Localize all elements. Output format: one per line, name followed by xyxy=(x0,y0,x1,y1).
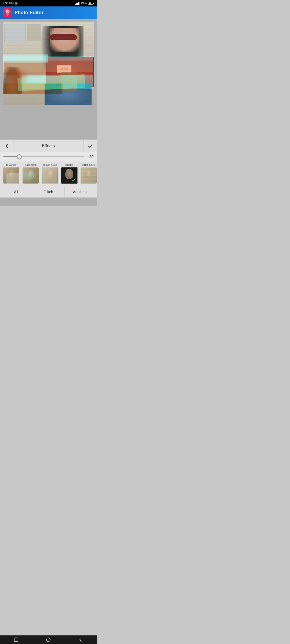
app-bar: Photo Editor xyxy=(0,6,97,19)
effect-distortion[interactable]: Distortion xyxy=(2,164,21,184)
effects-header: Effects xyxy=(0,140,97,152)
effect-gglitch-label: GGlitch xyxy=(65,164,73,166)
tab-all[interactable]: All xyxy=(0,186,32,197)
effect-distortion-label: Distortion xyxy=(6,164,16,166)
signal-icon xyxy=(75,2,80,5)
app-title: Photo Editor xyxy=(15,10,44,16)
intensity-slider-row: 20 xyxy=(0,152,97,162)
effect-glitch-lines-label: Glitch Lines xyxy=(82,164,95,166)
mute-icon: 🔇 xyxy=(15,2,18,5)
slider-thumb[interactable] xyxy=(17,154,22,159)
effect-gglitch[interactable]: GGlitch xyxy=(60,164,79,184)
effect-quake-glitch[interactable]: Quake Glitch xyxy=(40,164,60,184)
battery-icon xyxy=(88,2,94,5)
effect-dust-glitch-thumb xyxy=(23,167,39,184)
svg-rect-2 xyxy=(7,10,8,11)
tab-glitch-label: Glitch xyxy=(44,190,53,194)
check-button[interactable] xyxy=(83,140,97,152)
wifi-icon: WiFi xyxy=(81,2,87,5)
effect-gglitch-thumb xyxy=(61,167,77,184)
slider-value: 20 xyxy=(87,155,93,159)
photo-canvas: LA BONITA xyxy=(3,22,94,105)
bottom-panel: Effects 20 Distortion xyxy=(0,140,97,197)
tab-glitch[interactable]: Glitch xyxy=(32,186,64,197)
effect-quake-glitch-label: Quake Glitch xyxy=(43,164,57,166)
effects-grid: Distortion Dust Glitch Quak xyxy=(0,162,97,186)
time-display: 9:36 PM xyxy=(3,2,14,5)
slider-track[interactable] xyxy=(3,156,84,157)
app-icon xyxy=(3,8,12,17)
tab-aesthetic-label: Aesthetic xyxy=(73,190,89,194)
category-tabs: All Glitch Aesthetic xyxy=(0,186,97,197)
tab-all-label: All xyxy=(14,190,18,194)
tab-aesthetic[interactable]: Aesthetic xyxy=(65,186,97,197)
effect-glitch-lines[interactable]: Glitch Lines xyxy=(79,164,97,184)
effect-dust-glitch[interactable]: Dust Glitch xyxy=(21,164,40,184)
effect-glitch-lines-thumb xyxy=(81,167,97,184)
effects-title: Effects xyxy=(13,144,83,148)
effect-dust-glitch-label: Dust Glitch xyxy=(25,164,37,166)
status-icons: WiFi xyxy=(75,2,94,5)
glitch-photo: LA BONITA xyxy=(3,22,94,105)
effect-quake-glitch-thumb xyxy=(42,167,58,184)
main-content: LA BONITA xyxy=(0,19,97,206)
status-bar: 9:36 PM 🔇 WiFi xyxy=(0,0,97,6)
svg-point-1 xyxy=(6,10,9,13)
effect-distortion-thumb xyxy=(3,167,19,184)
status-time: 9:36 PM 🔇 xyxy=(3,2,18,5)
back-button[interactable] xyxy=(0,140,13,152)
